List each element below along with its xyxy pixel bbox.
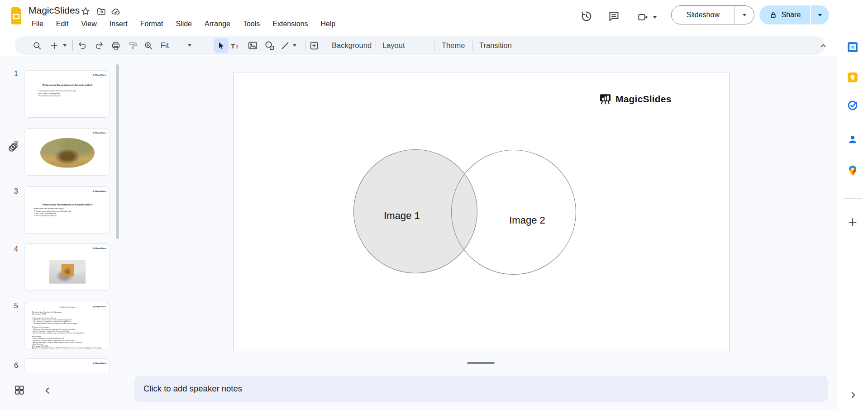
slide-thumbnail-2[interactable]: MagicSlides bbox=[24, 128, 110, 176]
toolbar: Fit T T bbox=[15, 36, 825, 55]
thumb-numbered-list: 1. Create presentation from text, YouTub… bbox=[34, 210, 71, 217]
theme-button[interactable]: Theme bbox=[442, 36, 465, 55]
document-status-button[interactable] bbox=[111, 7, 121, 17]
menu-extensions[interactable]: Extensions bbox=[268, 19, 312, 29]
layout-button[interactable]: Layout bbox=[382, 36, 405, 55]
filmstrip-scrollbar[interactable] bbox=[116, 64, 119, 239]
thumb-logo-text: MagicSlides bbox=[95, 190, 106, 192]
slides-logo[interactable] bbox=[10, 7, 22, 25]
deer-photo bbox=[40, 138, 95, 168]
document-title[interactable]: MagicSlides bbox=[29, 5, 80, 16]
transition-indicator[interactable] bbox=[7, 141, 19, 153]
insert-shape-button[interactable] bbox=[264, 36, 275, 55]
zoom-level-value: Fit bbox=[161, 41, 169, 50]
menu-help[interactable]: Help bbox=[317, 19, 340, 29]
share-label: Share bbox=[782, 11, 801, 19]
new-slide-button[interactable] bbox=[49, 36, 59, 55]
svg-text:T: T bbox=[231, 42, 235, 49]
comments-button[interactable] bbox=[608, 10, 620, 23]
background-label: Background bbox=[332, 41, 372, 50]
star-button[interactable] bbox=[81, 6, 91, 16]
redo-icon bbox=[94, 41, 104, 51]
thumb-bullets: Create presentation from text, YouTube, … bbox=[38, 90, 75, 97]
paint-format-button[interactable] bbox=[128, 36, 138, 55]
hide-menus-button[interactable] bbox=[818, 36, 828, 55]
insert-line-button[interactable] bbox=[280, 36, 290, 55]
slide-number: 4 bbox=[5, 245, 18, 253]
search-menus-button[interactable] bbox=[32, 36, 42, 55]
version-history-button[interactable] bbox=[580, 10, 593, 23]
slide-thumbnail-1[interactable]: MagicSlides Professional Presentations i… bbox=[24, 70, 110, 118]
add-comment-icon bbox=[309, 41, 319, 51]
side-panel bbox=[837, 0, 868, 410]
select-tool-button[interactable] bbox=[214, 38, 229, 53]
maps-panel-button[interactable] bbox=[847, 165, 858, 176]
slide-number: 1 bbox=[5, 70, 18, 78]
menu-slide[interactable]: Slide bbox=[172, 19, 196, 29]
menu-view[interactable]: View bbox=[77, 19, 100, 29]
print-button[interactable] bbox=[111, 36, 121, 55]
menu-edit[interactable]: Edit bbox=[52, 19, 73, 29]
menu-format[interactable]: Format bbox=[136, 19, 167, 29]
chevron-down-icon bbox=[818, 14, 822, 16]
chevron-down-icon bbox=[188, 44, 191, 47]
zoom-button[interactable] bbox=[143, 36, 153, 55]
zoom-level-caret[interactable] bbox=[188, 36, 191, 55]
menu-arrange[interactable]: Arrange bbox=[200, 19, 234, 29]
slide-thumbnail-5[interactable]: MagicSlides End of the Presentation Mark… bbox=[24, 302, 110, 349]
menu-bar: File Edit View Insert Format Slide Arran… bbox=[28, 19, 339, 29]
keep-panel-button[interactable] bbox=[847, 72, 858, 83]
chevron-down-icon bbox=[63, 44, 67, 47]
magicslides-logo-icon bbox=[92, 74, 95, 76]
menu-file[interactable]: File bbox=[28, 19, 48, 29]
fade-transition-icon bbox=[7, 141, 19, 153]
grid-view-button[interactable] bbox=[14, 384, 25, 396]
slide-thumbnail-3[interactable]: MagicSlides Professional Presentations i… bbox=[24, 186, 110, 234]
slide-thumbnail-4[interactable]: MagicSlides bbox=[24, 243, 110, 291]
move-to-folder-button[interactable] bbox=[96, 7, 106, 17]
slide-number: 6 bbox=[5, 362, 18, 370]
cursor-icon bbox=[217, 41, 226, 50]
show-side-panel-button[interactable] bbox=[848, 390, 858, 400]
insert-comment-button[interactable] bbox=[309, 36, 319, 55]
insert-image-button[interactable] bbox=[248, 36, 258, 55]
canvas-horizontal-scrollbar[interactable] bbox=[467, 362, 495, 364]
menu-tools[interactable]: Tools bbox=[239, 19, 264, 29]
google-maps-icon bbox=[847, 165, 858, 176]
share-dropdown[interactable] bbox=[811, 14, 829, 16]
speaker-notes-input[interactable]: Click to add speaker notes bbox=[134, 376, 828, 402]
plus-icon bbox=[847, 216, 858, 228]
undo-icon bbox=[77, 41, 87, 51]
undo-button[interactable] bbox=[77, 36, 87, 55]
comment-icon bbox=[608, 10, 620, 23]
tasks-panel-button[interactable] bbox=[847, 100, 858, 111]
transition-label: Transition bbox=[479, 41, 512, 50]
slide-thumbnail-6[interactable]: MagicSlides bbox=[24, 358, 110, 372]
get-addons-button[interactable] bbox=[847, 216, 858, 228]
menu-insert[interactable]: Insert bbox=[105, 19, 132, 29]
slideshow-button[interactable]: Slideshow bbox=[671, 5, 754, 24]
line-dropdown[interactable] bbox=[293, 36, 296, 55]
slides-logo-icon bbox=[10, 7, 22, 25]
slideshow-divider bbox=[734, 5, 735, 24]
google-calendar-icon: 31 bbox=[847, 41, 858, 53]
redo-button[interactable] bbox=[94, 36, 104, 55]
contacts-panel-button[interactable] bbox=[847, 133, 858, 145]
text-box-button[interactable]: T T bbox=[229, 36, 240, 55]
video-camera-icon bbox=[637, 11, 649, 23]
meet-dropdown-caret bbox=[653, 16, 657, 19]
new-slide-dropdown[interactable] bbox=[63, 36, 67, 55]
google-keep-icon bbox=[847, 72, 858, 83]
zoom-level-select[interactable]: Fit bbox=[161, 36, 169, 55]
venn-left-label[interactable]: Image 1 bbox=[366, 210, 438, 222]
collapse-filmstrip-button[interactable] bbox=[43, 386, 52, 396]
meet-button[interactable] bbox=[637, 11, 657, 23]
share-button[interactable]: Share bbox=[759, 5, 829, 24]
background-button[interactable]: Background bbox=[332, 36, 372, 55]
slide-number: 3 bbox=[5, 187, 18, 195]
toolbar-separator bbox=[376, 40, 376, 51]
calendar-panel-button[interactable]: 31 bbox=[847, 41, 858, 53]
slideshow-dropdown[interactable] bbox=[735, 14, 754, 16]
venn-right-label[interactable]: Image 2 bbox=[491, 215, 563, 226]
transition-button[interactable]: Transition bbox=[479, 36, 512, 55]
